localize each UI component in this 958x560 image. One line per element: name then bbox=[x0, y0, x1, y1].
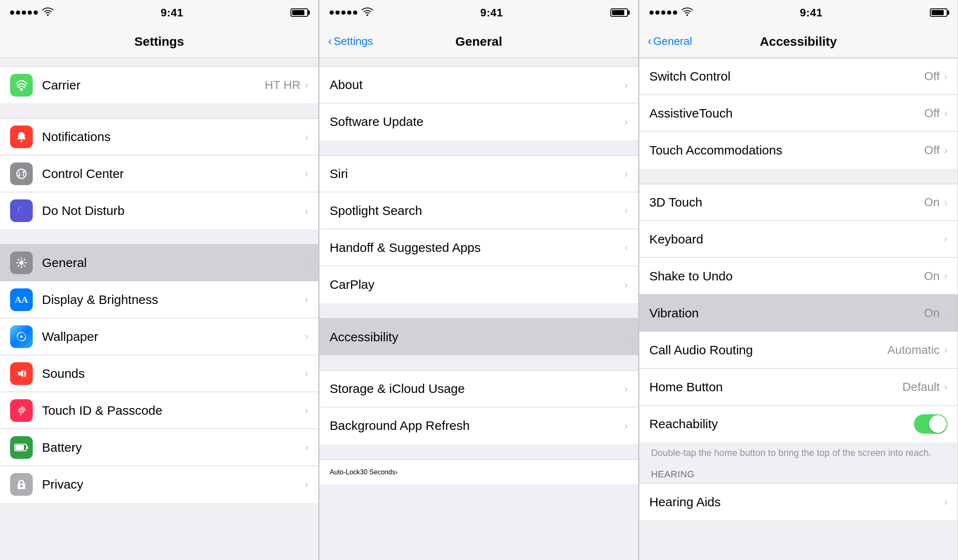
call-audio-label: Call Audio Routing bbox=[649, 343, 887, 357]
general-chevron: › bbox=[305, 256, 309, 270]
battery-icon bbox=[291, 8, 308, 17]
general-list[interactable]: About › Software Update › Siri › Spotlig… bbox=[319, 58, 638, 560]
accessibility-item-assistivetouch[interactable]: AssistiveTouch Off › bbox=[639, 95, 958, 132]
storage-section: Storage & iCloud Usage › Background App … bbox=[319, 355, 638, 444]
control-center-chevron: › bbox=[305, 167, 309, 180]
home-button-label: Home Button bbox=[649, 380, 903, 394]
siri-section: Siri › Spotlight Search › Handoff & Sugg… bbox=[319, 140, 638, 303]
svg-point-3 bbox=[23, 171, 25, 173]
accessibility-item-call-audio[interactable]: Call Audio Routing Automatic › bbox=[639, 332, 958, 369]
accessibility-item-vibration[interactable]: Vibration On › bbox=[639, 295, 958, 332]
settings-item-sounds[interactable]: Sounds › bbox=[0, 355, 318, 392]
siri-chevron: › bbox=[624, 167, 628, 181]
about-section: About › Software Update › bbox=[319, 58, 638, 140]
general-item-spotlight[interactable]: Spotlight Search › bbox=[319, 192, 638, 229]
general-item-siri[interactable]: Siri › bbox=[319, 155, 638, 192]
settings-item-dnd[interactable]: Do Not Disturb › bbox=[0, 192, 318, 229]
settings-item-carrier[interactable]: Carrier HT HR › bbox=[0, 66, 318, 103]
accessibility-nav-title: Accessibility bbox=[760, 34, 837, 49]
battery-chevron: › bbox=[305, 441, 309, 454]
settings-item-wallpaper[interactable]: Wallpaper › bbox=[0, 318, 318, 355]
background-refresh-chevron: › bbox=[624, 419, 628, 432]
accessibility-chevron: › bbox=[624, 330, 628, 343]
touch-accommodations-label: Touch Accommodations bbox=[649, 143, 924, 157]
accessibility-list[interactable]: Switch Control Off › AssistiveTouch Off … bbox=[639, 58, 958, 560]
handoff-chevron: › bbox=[624, 241, 628, 254]
settings-title: Settings bbox=[134, 34, 184, 49]
control-center-label: Control Center bbox=[42, 167, 305, 181]
back-label: Settings bbox=[334, 35, 373, 48]
display-label: Display & Brightness bbox=[42, 293, 305, 307]
back-chevron: ‹ bbox=[328, 34, 332, 48]
signal-area-2 bbox=[330, 8, 373, 18]
about-chevron: › bbox=[624, 79, 628, 92]
assistivetouch-value: Off bbox=[924, 107, 940, 120]
accessibility-item-home-button[interactable]: Home Button Default › bbox=[639, 369, 958, 406]
general-item-carplay[interactable]: CarPlay › bbox=[319, 266, 638, 303]
touchid-label: Touch ID & Passcode bbox=[42, 403, 305, 418]
svg-rect-12 bbox=[27, 446, 28, 449]
dnd-icon bbox=[10, 199, 33, 222]
spotlight-chevron: › bbox=[624, 204, 628, 217]
accessibility-section: Accessibility › bbox=[319, 303, 638, 355]
settings-item-display[interactable]: AA Display & Brightness › bbox=[0, 281, 318, 318]
carplay-label: CarPlay bbox=[330, 277, 624, 292]
general-item-software-update[interactable]: Software Update › bbox=[319, 103, 638, 140]
dnd-label: Do Not Disturb bbox=[42, 204, 305, 218]
svg-rect-11 bbox=[16, 445, 24, 450]
accessibility-panel: 9:41 ‹ General Accessibility Switch Cont… bbox=[639, 0, 958, 560]
settings-item-notifications[interactable]: Notifications › bbox=[0, 118, 318, 155]
svg-point-6 bbox=[19, 261, 24, 265]
sounds-chevron: › bbox=[305, 367, 309, 380]
svg-point-1 bbox=[17, 169, 26, 178]
svg-marker-8 bbox=[18, 370, 23, 377]
svg-point-9 bbox=[20, 409, 23, 412]
hearing-aids-label: Hearing Aids bbox=[649, 495, 944, 509]
general-item-autolock[interactable]: Auto-Lock 30 Seconds › bbox=[319, 459, 638, 484]
switch-control-value: Off bbox=[924, 70, 940, 83]
call-audio-value: Automatic bbox=[887, 343, 940, 357]
back-to-general[interactable]: ‹ General bbox=[648, 35, 692, 48]
privacy-label: Privacy bbox=[42, 477, 305, 492]
wifi-icon bbox=[42, 8, 53, 18]
notifications-section: Notifications › Control Center › bbox=[0, 103, 318, 229]
accessibility-item-touch-accommodations[interactable]: Touch Accommodations Off › bbox=[639, 132, 958, 169]
signal-dots bbox=[10, 10, 38, 15]
time-display-2: 9:41 bbox=[480, 6, 503, 19]
settings-item-general[interactable]: General › bbox=[0, 244, 318, 281]
general-item-background-refresh[interactable]: Background App Refresh › bbox=[319, 407, 638, 444]
accessibility-item-3dtouch[interactable]: 3D Touch On › bbox=[639, 184, 958, 221]
accessibility-item-reachability[interactable]: Reachability bbox=[639, 406, 958, 442]
general-item-storage[interactable]: Storage & iCloud Usage › bbox=[319, 370, 638, 407]
nav-bar-accessibility: ‹ General Accessibility bbox=[639, 25, 958, 58]
accessibility-item-shake-to-undo[interactable]: Shake to Undo On › bbox=[639, 258, 958, 295]
svg-point-7 bbox=[20, 335, 23, 338]
wallpaper-icon bbox=[10, 325, 33, 348]
back-to-settings[interactable]: ‹ Settings bbox=[328, 35, 373, 48]
accessibility-item-hearing-aids[interactable]: Hearing Aids › bbox=[639, 483, 958, 520]
general-nav-title: General bbox=[455, 34, 503, 49]
background-refresh-label: Background App Refresh bbox=[330, 419, 624, 433]
general-item-about[interactable]: About › bbox=[319, 66, 638, 103]
settings-item-control-center[interactable]: Control Center › bbox=[0, 155, 318, 192]
carrier-label: Carrier bbox=[42, 78, 265, 92]
hearing-section: Hearing Aids › bbox=[639, 483, 958, 520]
dnd-chevron: › bbox=[305, 204, 309, 217]
settings-item-privacy[interactable]: Privacy › bbox=[0, 466, 318, 503]
battery-label: Battery bbox=[42, 440, 305, 455]
autolock-value: 30 Seconds bbox=[360, 468, 395, 476]
privacy-icon bbox=[10, 473, 33, 496]
general-item-accessibility[interactable]: Accessibility › bbox=[319, 318, 638, 355]
battery-settings-icon bbox=[10, 436, 33, 459]
accessibility-item-keyboard[interactable]: Keyboard › bbox=[639, 221, 958, 258]
touchid-chevron: › bbox=[305, 404, 309, 417]
general-item-handoff[interactable]: Handoff & Suggested Apps › bbox=[319, 229, 638, 266]
settings-item-battery[interactable]: Battery › bbox=[0, 429, 318, 466]
settings-list[interactable]: Carrier HT HR › Notifications › bbox=[0, 58, 318, 560]
accessibility-item-switch-control[interactable]: Switch Control Off › bbox=[639, 58, 958, 95]
shake-to-undo-label: Shake to Undo bbox=[649, 269, 924, 283]
settings-item-touchid[interactable]: Touch ID & Passcode › bbox=[0, 392, 318, 429]
spotlight-label: Spotlight Search bbox=[330, 204, 624, 218]
wallpaper-chevron: › bbox=[305, 330, 309, 343]
reachability-toggle[interactable] bbox=[914, 414, 948, 434]
